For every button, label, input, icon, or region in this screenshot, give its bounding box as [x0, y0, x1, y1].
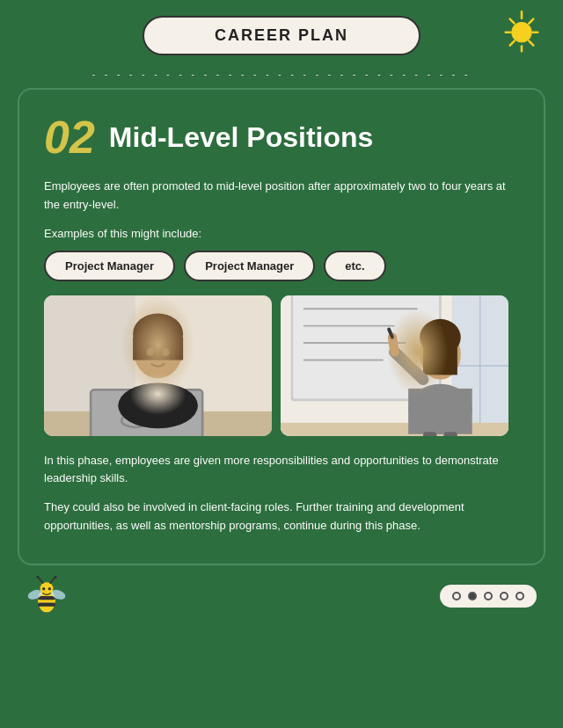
section-header: 02 Mid-Level Positions	[44, 114, 519, 160]
main-card: 02 Mid-Level Positions Employees are oft…	[18, 88, 545, 565]
svg-rect-35	[423, 340, 457, 375]
svg-point-54	[48, 587, 51, 590]
position-btn-1[interactable]: Project Manager	[44, 251, 175, 281]
svg-point-46	[40, 582, 54, 595]
bee-icon	[25, 574, 69, 618]
sun-icon	[500, 9, 544, 53]
page-title: CAREER PLAN	[215, 26, 348, 44]
svg-point-50	[54, 575, 56, 578]
header: CAREER PLAN	[0, 0, 563, 64]
svg-rect-42	[444, 432, 458, 436]
svg-rect-9	[44, 295, 272, 436]
svg-rect-24	[292, 295, 440, 400]
svg-rect-13	[91, 390, 201, 435]
photos-row	[44, 295, 519, 436]
bottom-text-1: In this phase, employees are given more …	[44, 452, 519, 489]
description-1: Employees are often promoted to mid-leve…	[44, 178, 519, 215]
pagination-dot-5[interactable]	[515, 592, 524, 601]
svg-point-21	[147, 348, 154, 356]
position-btn-2[interactable]: Project Manager	[184, 251, 315, 281]
svg-point-14	[121, 413, 149, 427]
pagination-dot-1[interactable]	[452, 592, 461, 601]
svg-rect-29	[452, 295, 509, 436]
section-number: 02	[44, 114, 95, 160]
svg-line-38	[395, 352, 423, 379]
svg-point-33	[420, 329, 461, 379]
svg-point-53	[42, 587, 45, 590]
svg-rect-45	[38, 602, 55, 606]
svg-line-8	[510, 41, 515, 46]
photo-woman-whiteboard	[281, 295, 508, 436]
examples-label: Examples of this might include:	[44, 227, 519, 240]
svg-rect-11	[44, 411, 272, 435]
svg-rect-12	[90, 389, 204, 436]
svg-line-6	[529, 41, 533, 46]
photo-woman-laptop	[44, 295, 272, 436]
svg-point-18	[133, 313, 183, 354]
svg-point-20	[118, 382, 198, 428]
header-pill: CAREER PLAN	[143, 16, 420, 55]
svg-point-48	[36, 575, 39, 578]
svg-rect-37	[408, 389, 472, 434]
svg-point-36	[408, 383, 472, 433]
section-title: Mid-Level Positions	[109, 121, 373, 154]
position-btn-3[interactable]: etc.	[324, 251, 385, 281]
svg-line-5	[510, 19, 515, 24]
pagination	[440, 585, 537, 608]
svg-point-0	[511, 22, 531, 42]
svg-point-34	[420, 318, 461, 354]
svg-rect-19	[133, 337, 183, 360]
svg-point-22	[163, 348, 170, 356]
svg-rect-32	[281, 422, 508, 435]
position-buttons: Project Manager Project Manager etc.	[44, 251, 519, 281]
svg-point-15	[150, 413, 178, 427]
footer	[0, 565, 563, 627]
pagination-dot-2[interactable]	[468, 592, 477, 601]
svg-line-7	[529, 19, 533, 24]
bottom-text-2: They could also be involved in client-fa…	[44, 499, 519, 535]
svg-rect-10	[44, 295, 135, 436]
svg-point-17	[133, 318, 183, 377]
svg-rect-23	[281, 295, 508, 436]
svg-line-40	[389, 329, 392, 337]
svg-rect-41	[423, 432, 437, 436]
dotted-divider: - - - - - - - - - - - - - - - - - - - - …	[0, 64, 563, 88]
svg-rect-44	[38, 596, 55, 600]
pagination-dot-3[interactable]	[484, 592, 493, 601]
svg-line-39	[392, 337, 395, 352]
pagination-dot-4[interactable]	[500, 592, 508, 601]
